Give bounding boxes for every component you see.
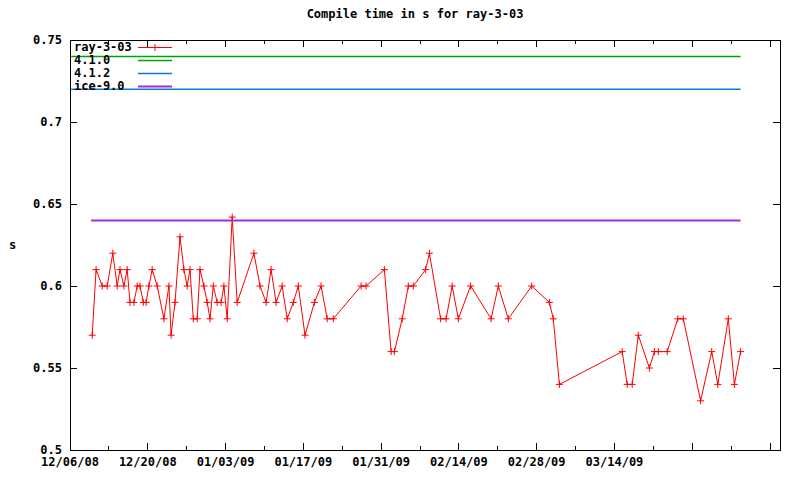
x-tick-label: 02/14/09: [430, 455, 488, 469]
x-tick-label: 01/17/09: [274, 455, 332, 469]
x-tick-label: 12/06/08: [41, 455, 99, 469]
chart-title: Compile time in s for ray-3-03: [60, 7, 770, 21]
x-tick-label: 12/20/08: [119, 455, 177, 469]
y-tick-label: 0.6: [40, 279, 62, 293]
x-tick-label: 03/14/09: [586, 455, 644, 469]
y-tick-label: 0.7: [40, 115, 62, 129]
legend-item-ice-9-0: ice-9.0: [74, 80, 172, 93]
x-tick-label: 01/31/09: [352, 455, 410, 469]
compile-time-chart: 0.750.70.650.60.550.512/06/0812/20/0801/…: [0, 0, 800, 480]
tick-label-layer: 0.750.70.650.60.550.512/06/0812/20/0801/…: [33, 33, 643, 469]
y-tick-label: 0.65: [33, 197, 62, 211]
legend-label: ice-9.0: [74, 80, 138, 93]
axis-layer: [70, 40, 780, 450]
legend: ray-3-03 4.1.0 4.1.2 ice-9.0: [74, 41, 172, 93]
legend-sample-line: [138, 67, 172, 80]
legend-sample-line: [138, 80, 172, 93]
series-layer: [71, 56, 744, 404]
x-tick-label: 02/28/09: [508, 455, 566, 469]
y-tick-label: 0.55: [33, 361, 62, 375]
x-tick-label: 01/03/09: [197, 455, 255, 469]
legend-sample-line: [138, 54, 172, 67]
legend-sample-line: [138, 41, 172, 54]
y-tick-label: 0.75: [33, 33, 62, 47]
y-axis-label: s: [9, 238, 16, 252]
